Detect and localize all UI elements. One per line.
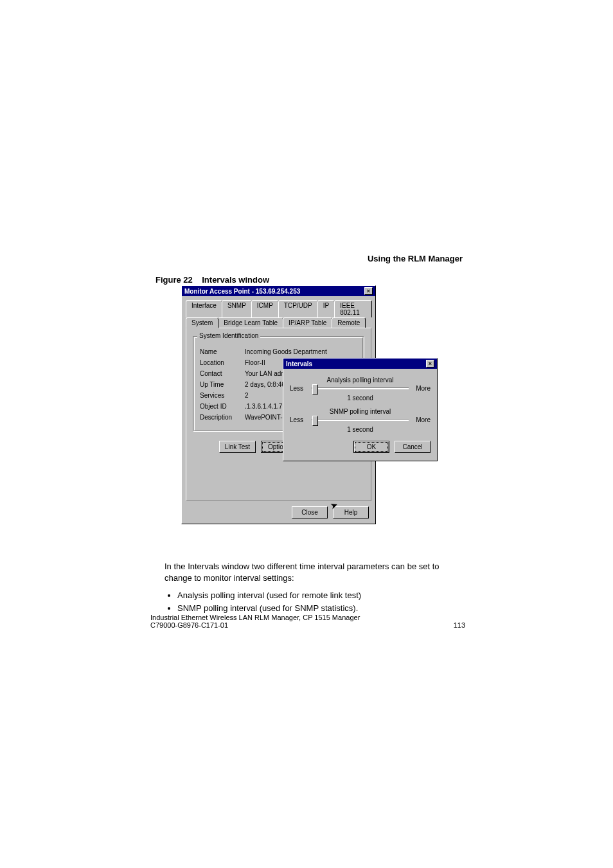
close-button[interactable]: Close (292, 506, 328, 518)
bullet-list: Analysis polling interval (used for remo… (164, 590, 466, 614)
intervals-title: Intervals (286, 360, 312, 368)
snmp-polling-label: SNMP polling interval (290, 408, 431, 415)
slider-thumb-icon[interactable] (312, 416, 318, 426)
analysis-polling-label: Analysis polling interval (290, 376, 431, 384)
label-name: Name (200, 348, 245, 355)
label-location: Location (200, 359, 245, 366)
less-label: Less (290, 385, 308, 392)
section-header: Using the RLM Manager (368, 254, 463, 263)
monitor-bottom-buttons: Close Help (182, 504, 375, 524)
tab-row-1: Interface SNMP ICMP TCP/UDP IP IEEE 802.… (186, 300, 371, 317)
intervals-titlebar: Intervals × (283, 359, 437, 369)
footer-line1: Industrial Ethernet Wireless LAN RLM Man… (150, 614, 465, 621)
snmp-slider-value: 1 second (290, 426, 431, 433)
tab-interface[interactable]: Interface (186, 300, 222, 317)
snmp-slider-row: Less More (290, 416, 431, 423)
page-footer: Industrial Ethernet Wireless LAN RLM Man… (150, 614, 465, 629)
tab-ip[interactable]: IP (317, 300, 335, 317)
tab-bridge-learn-table[interactable]: Bridge Learn Table (218, 317, 283, 328)
snmp-slider[interactable] (312, 419, 409, 421)
more-label: More (413, 385, 431, 392)
tab-iparp-table[interactable]: IP/ARP Table (283, 317, 332, 328)
analysis-slider-value: 1 second (290, 394, 431, 402)
tab-tcpudp[interactable]: TCP/UDP (278, 300, 318, 317)
screenshot-container: Monitor Access Point - 153.69.254.253 × … (181, 285, 438, 524)
close-icon[interactable]: × (364, 287, 373, 295)
monitor-titlebar: Monitor Access Point - 153.69.254.253 × (182, 286, 375, 296)
figure-caption: Figure 22 Intervals window (155, 275, 269, 285)
tab-system[interactable]: System (186, 317, 218, 328)
tab-icmp[interactable]: ICMP (251, 300, 279, 317)
intervals-body: Analysis polling interval Less More 1 se… (283, 369, 437, 461)
label-services: Services (200, 392, 245, 399)
figure-number: Figure 22 (155, 275, 193, 285)
intervals-button-row: OK Cancel (290, 439, 431, 456)
cancel-button[interactable]: Cancel (395, 441, 431, 453)
tab-snmp[interactable]: SNMP (222, 300, 252, 317)
body-text: In the Intervals window two different ti… (164, 561, 466, 615)
figure-title: Intervals window (202, 275, 269, 285)
ok-button[interactable]: OK (353, 441, 389, 453)
value-name: Incoming Goods Department (245, 348, 357, 355)
footer-doc-id: C79000-G8976-C171-01 (150, 621, 228, 629)
groupbox-title: System Identification (197, 332, 260, 339)
close-icon[interactable]: × (426, 360, 434, 368)
body-paragraph: In the Intervals window two different ti… (164, 561, 466, 583)
slider-thumb-icon[interactable] (312, 384, 318, 394)
label-description: Description (200, 414, 245, 421)
label-objectid: Object ID (200, 403, 245, 410)
link-test-button[interactable]: Link Test (219, 441, 256, 453)
analysis-slider[interactable] (312, 387, 409, 389)
monitor-title: Monitor Access Point - 153.69.254.253 (184, 288, 300, 295)
label-contact: Contact (200, 370, 245, 377)
less-label: Less (290, 416, 308, 423)
more-label: More (413, 416, 431, 423)
label-uptime: Up Time (200, 381, 245, 388)
analysis-slider-row: Less More (290, 385, 431, 392)
list-item: SNMP polling interval (used for SNMP sta… (177, 603, 466, 614)
field-name: Name Incoming Goods Department (200, 348, 357, 355)
tab-row-2: System Bridge Learn Table IP/ARP Table R… (186, 317, 371, 328)
tab-remote[interactable]: Remote (332, 317, 366, 328)
list-item: Analysis polling interval (used for remo… (177, 590, 466, 601)
tab-ieee80211[interactable]: IEEE 802.11 (334, 300, 372, 317)
snmp-polling-section: SNMP polling interval Less More 1 second (290, 408, 431, 433)
intervals-window: Intervals × Analysis polling interval Le… (283, 358, 438, 461)
analysis-polling-section: Analysis polling interval Less More 1 se… (290, 376, 431, 402)
page-number: 113 (454, 621, 465, 629)
